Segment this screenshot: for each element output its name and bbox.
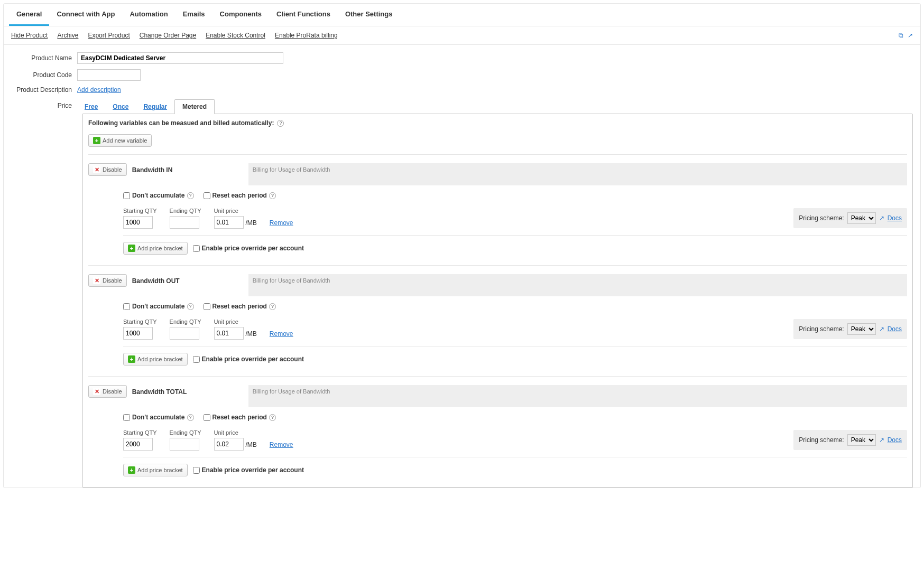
disable-button[interactable]: ✕ Disable [88, 163, 127, 176]
add-price-bracket-button[interactable]: + Add price bracket [123, 242, 188, 255]
close-icon: ✕ [93, 166, 100, 173]
add-new-variable-button[interactable]: + Add new variable [88, 134, 152, 147]
pricing-scheme-select[interactable]: Peak [847, 212, 876, 224]
ending-qty-input[interactable] [170, 438, 199, 451]
dont-accumulate-checkbox[interactable]: Don't accumulate ? [123, 192, 194, 199]
add-bracket-label: Add price bracket [137, 245, 183, 251]
unit-price-label: Unit price [214, 318, 257, 325]
dont-accumulate-checkbox[interactable]: Don't accumulate ? [123, 414, 194, 421]
pricing-scheme-label: Pricing scheme: [799, 436, 844, 444]
reset-each-period-checkbox[interactable]: Reset each period ? [204, 414, 276, 421]
action-enable-stock-control[interactable]: Enable Stock Control [206, 32, 265, 39]
tab-general[interactable]: General [9, 4, 49, 26]
tab-connect-with-app[interactable]: Connect with App [49, 4, 122, 26]
metered-info-text: Following variables can be measued and b… [88, 119, 274, 127]
variable-block: ✕ Disable Bandwidth TOTAL Billing for Us… [88, 376, 907, 487]
add-bracket-label: Add price bracket [137, 467, 183, 473]
product-name-label: Product Name [11, 54, 77, 62]
price-tab-regular[interactable]: Regular [136, 100, 174, 114]
tab-components[interactable]: Components [212, 4, 269, 26]
unit-text: /MB [246, 330, 257, 340]
enable-override-checkbox[interactable]: Enable price override per account [193, 245, 304, 252]
add-price-bracket-button[interactable]: + Add price bracket [123, 464, 188, 476]
ending-qty-label: Ending QTY [170, 429, 201, 436]
add-new-variable-label: Add new variable [103, 137, 147, 144]
help-icon[interactable]: ? [277, 120, 284, 127]
dont-accumulate-checkbox[interactable]: Don't accumulate ? [123, 303, 194, 310]
starting-qty-input[interactable] [123, 327, 153, 340]
close-icon: ✕ [93, 388, 100, 395]
action-change-order-page[interactable]: Change Order Page [140, 32, 196, 39]
disable-label: Disable [103, 277, 122, 284]
help-icon[interactable]: ? [269, 414, 276, 421]
main-tabs: GeneralConnect with AppAutomationEmailsC… [4, 4, 920, 26]
tab-other-settings[interactable]: Other Settings [338, 4, 400, 26]
starting-qty-input[interactable] [123, 216, 153, 229]
ending-qty-input[interactable] [170, 327, 199, 340]
tab-client-functions[interactable]: Client Functions [269, 4, 338, 26]
disable-button[interactable]: ✕ Disable [88, 274, 127, 287]
copy-icon[interactable]: ⧉ [899, 32, 903, 39]
variable-description: Billing for Usage of Bandwidth [248, 274, 907, 296]
tab-emails[interactable]: Emails [175, 4, 212, 26]
product-code-input[interactable] [77, 69, 141, 81]
docs-link[interactable]: Docs [888, 436, 902, 444]
enable-override-checkbox[interactable]: Enable price override per account [193, 355, 304, 363]
unit-text: /MB [246, 441, 257, 451]
remove-bracket-link[interactable]: Remove [270, 441, 293, 451]
disable-label: Disable [103, 166, 122, 173]
pricing-scheme-select[interactable]: Peak [847, 323, 876, 335]
add-bracket-label: Add price bracket [137, 356, 183, 362]
price-tab-free[interactable]: Free [77, 100, 105, 114]
plus-icon: + [128, 355, 135, 363]
ending-qty-input[interactable] [170, 216, 199, 229]
unit-text: /MB [246, 219, 257, 229]
starting-qty-input[interactable] [123, 438, 153, 451]
product-name-input[interactable] [77, 52, 283, 64]
enable-override-checkbox[interactable]: Enable price override per account [193, 466, 304, 474]
price-tab-metered[interactable]: Metered [174, 99, 215, 114]
help-icon[interactable]: ? [187, 414, 194, 421]
external-link-icon[interactable]: ↗ [908, 32, 913, 39]
plus-icon: + [128, 245, 135, 252]
remove-bracket-link[interactable]: Remove [270, 330, 293, 340]
unit-price-input[interactable] [214, 216, 244, 229]
pricing-scheme-label: Pricing scheme: [799, 325, 844, 333]
pricing-scheme-select[interactable]: Peak [847, 434, 876, 446]
docs-link[interactable]: Docs [888, 325, 902, 333]
starting-qty-label: Starting QTY [123, 208, 157, 214]
help-icon[interactable]: ? [187, 303, 194, 310]
help-icon[interactable]: ? [269, 192, 276, 199]
remove-bracket-link[interactable]: Remove [270, 219, 293, 229]
add-description-link[interactable]: Add description [77, 86, 121, 93]
external-link-icon: ↗ [879, 325, 884, 333]
starting-qty-label: Starting QTY [123, 429, 157, 436]
pricing-scheme-box: Pricing scheme: Peak ↗ Docs [793, 430, 907, 450]
docs-link[interactable]: Docs [888, 214, 902, 222]
variable-title: Bandwidth IN [132, 163, 243, 174]
price-tab-once[interactable]: Once [105, 100, 136, 114]
tab-automation[interactable]: Automation [122, 4, 175, 26]
disable-button[interactable]: ✕ Disable [88, 385, 127, 398]
help-icon[interactable]: ? [187, 192, 194, 199]
variable-title: Bandwidth OUT [132, 274, 243, 285]
reset-each-period-checkbox[interactable]: Reset each period ? [204, 192, 276, 199]
action-archive[interactable]: Archive [57, 32, 78, 39]
unit-price-label: Unit price [214, 429, 257, 436]
action-enable-prorata-billing[interactable]: Enable ProRata billing [275, 32, 338, 39]
actions-bar: Hide ProductArchiveExport ProductChange … [4, 26, 920, 45]
close-icon: ✕ [93, 277, 100, 284]
reset-each-period-checkbox[interactable]: Reset each period ? [204, 303, 276, 310]
action-export-product[interactable]: Export Product [88, 32, 130, 39]
ending-qty-label: Ending QTY [170, 208, 201, 214]
external-link-icon: ↗ [879, 214, 884, 222]
action-hide-product[interactable]: Hide Product [11, 32, 48, 39]
ending-qty-label: Ending QTY [170, 318, 201, 325]
variable-block: ✕ Disable Bandwidth OUT Billing for Usag… [88, 265, 907, 376]
price-label: Price [11, 99, 77, 109]
add-price-bracket-button[interactable]: + Add price bracket [123, 353, 188, 366]
plus-icon: + [93, 137, 100, 144]
unit-price-input[interactable] [214, 327, 244, 340]
help-icon[interactable]: ? [269, 303, 276, 310]
unit-price-input[interactable] [214, 438, 244, 451]
